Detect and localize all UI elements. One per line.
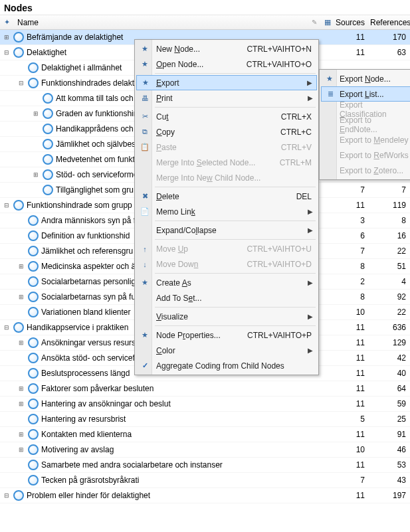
expand-icon[interactable]: ⊞: [32, 110, 40, 117]
sources-cell: 3: [334, 216, 369, 225]
menu-item[interactable]: ★New Node...CTRL+VAIHTO+N: [136, 41, 317, 56]
node-icon: [28, 292, 39, 302]
references-cell: 46: [369, 445, 410, 454]
column-sources[interactable]: Sources: [334, 18, 369, 27]
expand-icon[interactable]: ⊞: [17, 446, 25, 453]
table-row[interactable]: ⊞Hantering av resursbrist525: [0, 412, 410, 427]
column-header-row: ✦ Name ✎ ▦ Sources References: [0, 15, 410, 30]
check-icon: ✓: [140, 361, 150, 371]
node-label[interactable]: Motivering av avslag: [41, 445, 334, 454]
menu-item[interactable]: ✖DeleteDEL: [136, 189, 317, 204]
chevron-right-icon: ▶: [308, 226, 313, 234]
menu-item[interactable]: ★Node Properties...CTRL+VAIHTO+P: [136, 327, 317, 343]
table-row[interactable]: ⊞Motivering av avslag1046: [0, 442, 410, 458]
table-row[interactable]: ⊞Kontakten med klienterna1191: [0, 427, 410, 442]
expand-icon[interactable]: ⊞: [17, 339, 25, 346]
menu-item[interactable]: Visualize▶: [136, 309, 317, 324]
table-row[interactable]: ⊞Samarbete med andra socialarbetare och …: [0, 458, 410, 473]
node-icon: [28, 246, 39, 256]
table-row[interactable]: ⊞Hantering av ansökningar och beslut1159: [0, 397, 410, 412]
menu-item[interactable]: ✂CutCTRL+X: [136, 109, 317, 124]
menu-item-label: Delete: [156, 192, 296, 201]
menu-item[interactable]: Color▶: [136, 343, 317, 358]
table-row[interactable]: ⊟Problem eller hinder för delaktighet111…: [0, 488, 410, 503]
menu-item-label: Node Properties...: [156, 331, 247, 340]
menu-item-label: Create As: [156, 278, 312, 288]
table-row[interactable]: ⊞Faktorer som påverkar besluten1164: [0, 381, 410, 397]
menu-item[interactable]: 📄Memo Link▶: [136, 204, 317, 219]
column-name[interactable]: Name: [13, 18, 308, 27]
sources-cell: 7: [334, 246, 369, 256]
table-row[interactable]: ⊞Tecken på gräsrotsbyråkrati743: [0, 473, 410, 488]
menu-item[interactable]: ✓Aggregate Coding from Child Nodes: [136, 358, 317, 373]
pencil-icon[interactable]: ✎: [308, 19, 321, 26]
menu-separator: [155, 273, 316, 274]
node-label[interactable]: Samarbete med andra socialarbetare och i…: [41, 460, 334, 470]
sources-icon[interactable]: ▦: [321, 18, 334, 27]
node-label[interactable]: Hantering av ansökningar och beslut: [41, 399, 334, 408]
sources-cell: 8: [334, 292, 369, 302]
node-icon: [28, 399, 39, 409]
menu-item[interactable]: 🖶Print▶: [136, 90, 317, 106]
references-cell: 22: [369, 308, 410, 317]
node-icon: [13, 32, 24, 43]
menu-shortcut: CTRL+VAIHTO+U: [247, 244, 312, 254]
collapse-icon[interactable]: ⊟: [3, 492, 11, 499]
menu-item-label: Copy: [156, 128, 280, 137]
menu-item[interactable]: ★Create As▶: [136, 275, 317, 290]
expand-icon[interactable]: ⊞: [3, 34, 11, 41]
star-icon[interactable]: ✦: [0, 18, 13, 27]
expand-icon[interactable]: ⊞: [32, 171, 40, 178]
node-icon: [28, 353, 39, 363]
expand-icon[interactable]: ⊞: [17, 431, 25, 438]
sources-cell: 11: [334, 338, 369, 347]
menu-item[interactable]: Expand/Collapse▶: [136, 222, 317, 238]
menu-item: Merge Into Selected Node...CTRL+M: [136, 155, 317, 170]
collapse-icon[interactable]: ⊟: [17, 80, 25, 86]
node-label[interactable]: Hantering av resursbrist: [41, 414, 334, 424]
references-cell: 22: [369, 246, 410, 256]
chevron-right-icon: ▶: [307, 79, 312, 86]
menu-item-label: New Node...: [156, 44, 247, 54]
menu-item[interactable]: ★Export Node...: [321, 71, 410, 86]
expand-icon[interactable]: ⊞: [17, 385, 25, 392]
menu-item[interactable]: Add To Set...: [136, 290, 317, 306]
node-icon: [28, 429, 39, 440]
column-references[interactable]: References: [369, 18, 410, 27]
node-label[interactable]: Problem eller hinder för delaktighet: [27, 491, 334, 500]
references-cell: 91: [369, 430, 410, 439]
menu-item-label: Aggregate Coding from Child Nodes: [156, 361, 312, 371]
references-cell: 197: [369, 491, 410, 500]
references-cell: 63: [369, 48, 410, 57]
expand-icon[interactable]: ⊞: [17, 263, 25, 270]
sources-cell: 11: [334, 399, 369, 408]
collapse-icon[interactable]: ⊟: [3, 49, 11, 56]
node-label[interactable]: Kontakten med klienterna: [41, 430, 334, 439]
references-cell: 4: [369, 277, 410, 286]
node-label[interactable]: Faktorer som påverkar besluten: [41, 384, 334, 393]
chevron-right-icon: ▶: [308, 347, 313, 354]
menu-item[interactable]: ★Open Node...CTRL+VAIHTO+O: [136, 56, 317, 72]
menu-shortcut: CTRL+VAIHTO+P: [247, 331, 312, 340]
node-icon: [28, 261, 39, 272]
references-cell: 25: [369, 414, 410, 424]
sources-cell: 11: [334, 323, 369, 332]
menu-item-icon: 📄: [140, 207, 150, 217]
node-label[interactable]: Tecken på gräsrotsbyråkrati: [41, 476, 334, 485]
collapse-icon[interactable]: ⊟: [3, 324, 11, 331]
collapse-icon[interactable]: ⊟: [3, 202, 11, 209]
menu-item-label: Move Up: [156, 244, 247, 254]
menu-item[interactable]: ⧉CopyCTRL+C: [136, 124, 317, 139]
chevron-right-icon: ▶: [308, 279, 313, 286]
menu-item[interactable]: ★Export▶: [136, 75, 317, 90]
expand-icon[interactable]: ⊞: [17, 400, 25, 407]
references-cell: 51: [369, 262, 410, 271]
node-icon: [43, 154, 53, 165]
menu-item-label: Merge Into Selected Node...: [156, 158, 280, 167]
references-cell: 170: [369, 33, 410, 42]
menu-item-icon: ✂: [140, 112, 150, 122]
menu-item-label: Export: [156, 78, 312, 88]
menu-item-icon: ★: [140, 59, 150, 70]
expand-icon[interactable]: ⊞: [17, 294, 25, 300]
menu-item-label: Visualize: [156, 312, 312, 321]
